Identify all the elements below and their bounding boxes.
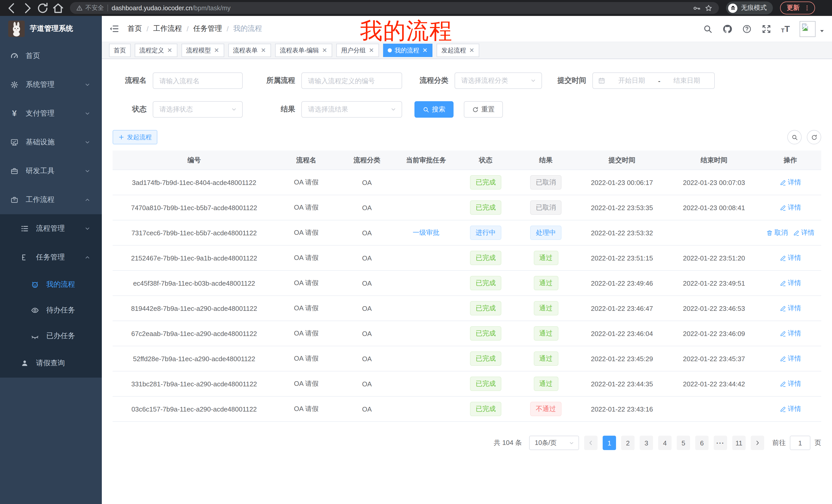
task-link[interactable]: 一级审批 bbox=[413, 228, 439, 237]
table-header-row: 编号流程名流程分类当前审批任务状态结果提交时间结束时间操作 bbox=[113, 150, 821, 170]
goto-unit: 页 bbox=[814, 438, 821, 447]
goto-page-input[interactable] bbox=[790, 436, 810, 450]
back-icon[interactable] bbox=[5, 1, 19, 15]
name-input[interactable] bbox=[153, 73, 243, 89]
action-cancel-link[interactable]: 取消 bbox=[766, 228, 788, 237]
status-badge: 已完成 bbox=[470, 352, 501, 366]
sidebar-item-10[interactable]: 已办任务 bbox=[0, 323, 102, 349]
action-detail-link[interactable]: 详情 bbox=[780, 354, 801, 363]
page-button-4[interactable]: 4 bbox=[658, 436, 672, 450]
pager-ellipsis[interactable]: ··· bbox=[714, 436, 727, 450]
sidebar-item-2[interactable]: ¥支付管理 bbox=[0, 99, 102, 128]
action-detail-link[interactable]: 详情 bbox=[780, 379, 801, 388]
tab-2[interactable]: 流程模型✕ bbox=[182, 44, 224, 57]
result-select[interactable]: 请选择流结果 bbox=[301, 101, 402, 118]
sidebar-item-11[interactable]: 请假查询 bbox=[0, 349, 102, 377]
key-icon[interactable] bbox=[693, 4, 701, 12]
sidebar-item-1[interactable]: 系统管理 bbox=[0, 71, 102, 99]
page-button-3[interactable]: 3 bbox=[640, 436, 653, 450]
sidebar-item-4[interactable]: 研发工具 bbox=[0, 157, 102, 186]
create-process-button[interactable]: 发起流程 bbox=[113, 130, 157, 144]
sidebar-item-9[interactable]: 待办任务 bbox=[0, 298, 102, 323]
close-icon[interactable]: ✕ bbox=[321, 47, 328, 53]
close-icon[interactable]: ✕ bbox=[422, 47, 428, 53]
edit-icon bbox=[793, 229, 800, 236]
font-size-icon[interactable]: TT bbox=[781, 24, 790, 33]
sidebar-item-5[interactable]: 工作流程 bbox=[0, 186, 102, 214]
edit-icon bbox=[780, 204, 786, 211]
sidebar-item-3[interactable]: 基础设施 bbox=[0, 128, 102, 157]
tags-view-bar: 首页流程定义✕流程模型✕流程表单✕流程表单-编辑✕用户分组✕我的流程✕发起流程✕ bbox=[102, 41, 832, 59]
page-button-6[interactable]: 6 bbox=[695, 436, 709, 450]
breadcrumb-separator: / bbox=[227, 25, 229, 33]
tab-3[interactable]: 流程表单✕ bbox=[228, 44, 271, 57]
fullscreen-icon[interactable] bbox=[761, 24, 771, 34]
action-detail-link[interactable]: 详情 bbox=[780, 253, 801, 262]
breadcrumb-item-1[interactable]: 工作流程 bbox=[153, 24, 182, 33]
cell-id: 7470a810-7b9b-11ec-b5b7-acde48001122 bbox=[113, 204, 276, 212]
tab-1[interactable]: 流程定义✕ bbox=[135, 44, 177, 57]
close-icon[interactable]: ✕ bbox=[368, 47, 374, 53]
user-avatar[interactable] bbox=[800, 21, 825, 37]
reset-button[interactable]: 重置 bbox=[464, 101, 503, 118]
status-select[interactable]: 请选择状态 bbox=[153, 101, 243, 118]
address-bar[interactable]: 不安全 dashboard.yudao.iocoder.cn/bpm/task/… bbox=[70, 2, 719, 14]
close-icon[interactable]: ✕ bbox=[213, 47, 219, 53]
close-icon[interactable]: ✕ bbox=[469, 47, 475, 53]
action-detail-link[interactable]: 详情 bbox=[780, 304, 801, 313]
reload-icon[interactable] bbox=[36, 1, 49, 15]
create-process-label: 发起流程 bbox=[127, 133, 152, 142]
breadcrumb-item-2[interactable]: 任务管理 bbox=[193, 24, 222, 33]
help-icon[interactable] bbox=[742, 24, 752, 34]
cell-end-time: 2022-01-22 23:51:20 bbox=[669, 254, 759, 262]
owner-input[interactable] bbox=[301, 73, 402, 89]
tab-4[interactable]: 流程表单-编辑✕ bbox=[275, 44, 332, 57]
tab-0[interactable]: 首页 bbox=[109, 44, 131, 57]
bookmark-star-icon[interactable] bbox=[704, 4, 713, 12]
action-detail-link[interactable]: 详情 bbox=[793, 228, 814, 237]
sidebar-item-7[interactable]: 任务管理 bbox=[0, 243, 102, 272]
time-range-picker[interactable]: 开始日期 - 结束日期 bbox=[592, 73, 715, 89]
edit-icon bbox=[780, 405, 786, 412]
github-icon[interactable] bbox=[723, 24, 732, 34]
table-row: 3ad174fb-7b9d-11ec-8404-acde48001122OA 请… bbox=[113, 170, 821, 195]
cell-status: 已完成 bbox=[455, 251, 516, 265]
category-select[interactable]: 请选择流程分类 bbox=[454, 73, 542, 89]
status-badge: 进行中 bbox=[470, 226, 501, 240]
sidebar-item-0[interactable]: 首页 bbox=[0, 41, 102, 71]
search-button[interactable]: 搜索 bbox=[414, 101, 453, 118]
home-icon[interactable] bbox=[51, 1, 65, 15]
sidebar-item-6[interactable]: 流程管理 bbox=[0, 214, 102, 243]
kebab-menu-icon[interactable] bbox=[804, 5, 810, 11]
action-detail-link[interactable]: 详情 bbox=[780, 329, 801, 338]
cell-category: OA bbox=[337, 304, 397, 312]
cell-end-time: 2022-01-23 00:07:03 bbox=[669, 178, 759, 186]
page-button-1[interactable]: 1 bbox=[603, 436, 616, 450]
action-detail-link[interactable]: 详情 bbox=[780, 278, 801, 288]
hamburger-icon[interactable] bbox=[109, 24, 119, 34]
status-label: 状态 bbox=[113, 105, 147, 114]
search-icon[interactable] bbox=[703, 24, 713, 34]
page-size-select[interactable]: 10条/页 bbox=[529, 436, 579, 450]
page-button-2[interactable]: 2 bbox=[621, 436, 634, 450]
logo-row[interactable]: 芋道管理系统 bbox=[0, 16, 102, 41]
prev-page-button[interactable] bbox=[584, 436, 598, 450]
refresh-table-button[interactable] bbox=[807, 130, 821, 144]
filter-name: 流程名 bbox=[113, 73, 243, 89]
action-detail-link[interactable]: 详情 bbox=[780, 203, 801, 212]
cell-status: 已完成 bbox=[455, 352, 516, 366]
update-button[interactable]: 更新 bbox=[780, 2, 815, 15]
close-icon[interactable]: ✕ bbox=[260, 47, 266, 53]
action-detail-link[interactable]: 详情 bbox=[780, 404, 801, 414]
close-icon[interactable]: ✕ bbox=[166, 47, 173, 53]
security-chip[interactable]: 不安全 bbox=[76, 4, 104, 12]
page-button-5[interactable]: 5 bbox=[677, 436, 690, 450]
page-button-11[interactable]: 11 bbox=[732, 436, 746, 450]
next-page-button[interactable] bbox=[751, 436, 764, 450]
breadcrumb-item-0[interactable]: 首页 bbox=[128, 24, 142, 33]
toggle-search-button[interactable] bbox=[787, 130, 802, 144]
result-badge: 通过 bbox=[534, 352, 558, 366]
forward-icon[interactable] bbox=[21, 1, 34, 15]
sidebar-item-8[interactable]: 我的流程 bbox=[0, 272, 102, 298]
action-detail-link[interactable]: 详情 bbox=[780, 178, 801, 187]
